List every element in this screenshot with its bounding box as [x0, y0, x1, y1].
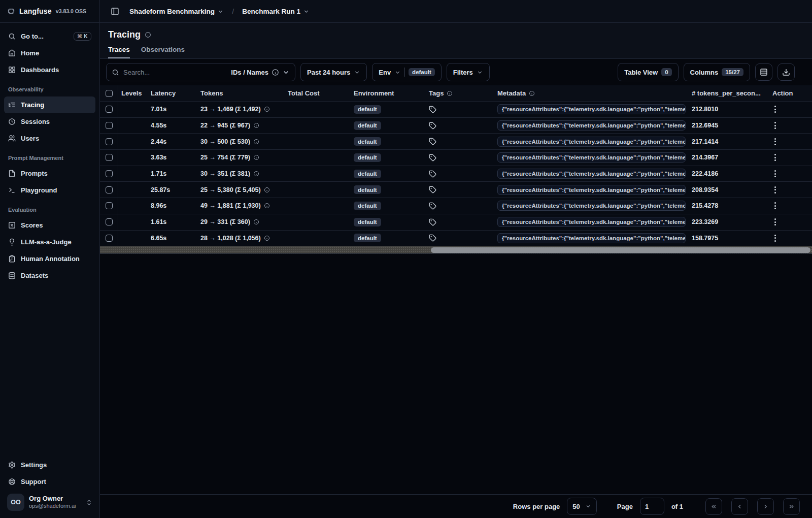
- kebab-menu-icon[interactable]: [772, 120, 778, 131]
- row-checkbox[interactable]: [106, 170, 113, 177]
- select-all-checkbox[interactable]: [106, 90, 113, 97]
- time-range-dropdown[interactable]: Past 24 hours: [300, 63, 367, 81]
- columns-button[interactable]: Columns 15/27: [684, 63, 750, 81]
- column-header-tags[interactable]: Tags: [426, 89, 494, 97]
- sidebar-item-sessions[interactable]: Sessions: [4, 113, 95, 130]
- column-header-latency[interactable]: Latency: [148, 89, 197, 97]
- kebab-menu-icon[interactable]: [772, 216, 778, 228]
- table-row[interactable]: 1.71s 30 → 351 (Σ 381) default {"resourc…: [100, 166, 812, 182]
- tags-cell[interactable]: [426, 234, 494, 242]
- previous-page-button[interactable]: [731, 498, 748, 515]
- kebab-menu-icon[interactable]: [772, 200, 778, 211]
- metadata-pill[interactable]: {"resourceAttributes":{"telemetry.sdk.la…: [497, 185, 686, 195]
- tags-cell[interactable]: [426, 154, 494, 161]
- kebab-menu-icon[interactable]: [772, 233, 778, 244]
- tag-icon[interactable]: [429, 122, 436, 130]
- tags-cell[interactable]: [426, 186, 494, 193]
- sidebar-item-support[interactable]: Support: [4, 473, 95, 490]
- row-checkbox[interactable]: [106, 202, 113, 209]
- goto-search[interactable]: Go to... ⌘ K: [4, 28, 95, 45]
- info-icon[interactable]: [253, 122, 259, 128]
- tag-icon[interactable]: [429, 170, 436, 178]
- info-icon[interactable]: [253, 154, 259, 160]
- table-view-button[interactable]: Table View 0: [618, 63, 678, 81]
- metadata-pill[interactable]: {"resourceAttributes":{"telemetry.sdk.la…: [497, 152, 686, 163]
- org-switcher[interactable]: Shadeform Benchmarking: [126, 6, 227, 17]
- column-header-tokens[interactable]: Tokens: [197, 89, 285, 97]
- tab-traces[interactable]: Traces: [108, 46, 130, 58]
- tags-cell[interactable]: [426, 138, 494, 145]
- horizontal-scrollbar[interactable]: [100, 246, 812, 254]
- metadata-pill[interactable]: {"resourceAttributes":{"telemetry.sdk.la…: [497, 104, 686, 114]
- info-icon[interactable]: [264, 203, 270, 209]
- table-row[interactable]: 4.55s 22 → 945 (Σ 967) default {"resourc…: [100, 118, 812, 134]
- column-header-metadata[interactable]: Metadata: [494, 89, 689, 97]
- tag-icon[interactable]: [429, 186, 436, 193]
- project-switcher[interactable]: Benchmark Run 1: [239, 6, 313, 17]
- sidebar-item-settings[interactable]: Settings: [4, 457, 95, 473]
- row-height-button[interactable]: [755, 63, 772, 81]
- tags-cell[interactable]: [426, 170, 494, 178]
- user-menu[interactable]: OO Org Owner ops@shadeform.ai: [4, 490, 95, 513]
- row-checkbox[interactable]: [106, 218, 113, 225]
- info-icon[interactable]: [264, 106, 270, 112]
- column-header-environment[interactable]: Environment: [351, 89, 426, 97]
- column-header-levels[interactable]: Levels: [118, 89, 148, 97]
- table-row[interactable]: 6.65s 28 → 1,028 (Σ 1,056) default {"res…: [100, 231, 812, 247]
- row-checkbox[interactable]: [106, 186, 113, 193]
- tags-cell[interactable]: [426, 122, 494, 130]
- metadata-pill[interactable]: {"resourceAttributes":{"telemetry.sdk.la…: [497, 233, 686, 243]
- sidebar-item-prompts[interactable]: Prompts: [4, 165, 95, 182]
- tags-cell[interactable]: [426, 218, 494, 226]
- info-icon[interactable]: [253, 171, 259, 177]
- tags-cell[interactable]: [426, 106, 494, 113]
- tag-icon[interactable]: [429, 202, 436, 210]
- tag-icon[interactable]: [429, 218, 436, 226]
- kebab-menu-icon[interactable]: [772, 104, 778, 115]
- row-checkbox[interactable]: [106, 122, 113, 129]
- rows-per-page-select[interactable]: 50: [567, 498, 596, 515]
- row-checkbox[interactable]: [106, 235, 113, 242]
- sidebar-toggle-button[interactable]: [108, 5, 121, 18]
- tags-cell[interactable]: [426, 202, 494, 210]
- info-icon[interactable]: [253, 219, 259, 225]
- sidebar-item-dashboards[interactable]: Dashboards: [4, 61, 95, 78]
- row-checkbox[interactable]: [106, 154, 113, 161]
- sidebar-item-users[interactable]: Users: [4, 130, 95, 147]
- tag-icon[interactable]: [429, 138, 436, 145]
- column-header-total-cost[interactable]: Total Cost: [285, 89, 351, 97]
- column-header-tokens-per-second[interactable]: # tokens_per_secon...: [689, 89, 766, 97]
- tab-observations[interactable]: Observations: [141, 46, 185, 58]
- tag-icon[interactable]: [429, 234, 436, 242]
- info-icon[interactable]: [145, 31, 151, 38]
- table-row[interactable]: 7.01s 23 → 1,469 (Σ 1,492) default {"res…: [100, 102, 812, 118]
- export-button[interactable]: [777, 63, 795, 81]
- table-row[interactable]: 3.63s 25 → 754 (Σ 779) default {"resourc…: [100, 150, 812, 166]
- sidebar-item-playground[interactable]: Playground: [4, 182, 95, 199]
- scrollbar-thumb[interactable]: [431, 247, 810, 253]
- next-page-button[interactable]: [757, 498, 774, 515]
- table-row[interactable]: 8.96s 49 → 1,881 (Σ 1,930) default {"res…: [100, 198, 812, 214]
- row-checkbox[interactable]: [106, 138, 113, 145]
- sidebar-item-llm-as-a-judge[interactable]: LLM-as-a-Judge: [4, 234, 95, 250]
- metadata-pill[interactable]: {"resourceAttributes":{"telemetry.sdk.la…: [497, 120, 686, 131]
- table-row[interactable]: 2.44s 30 → 500 (Σ 530) default {"resourc…: [100, 134, 812, 150]
- kebab-menu-icon[interactable]: [772, 152, 778, 163]
- search-input[interactable]: [123, 69, 227, 76]
- kebab-menu-icon[interactable]: [772, 168, 778, 179]
- metadata-pill[interactable]: {"resourceAttributes":{"telemetry.sdk.la…: [497, 137, 686, 147]
- metadata-pill[interactable]: {"resourceAttributes":{"telemetry.sdk.la…: [497, 217, 686, 227]
- table-row[interactable]: 1.61s 29 → 331 (Σ 360) default {"resourc…: [100, 214, 812, 231]
- first-page-button[interactable]: [705, 498, 722, 515]
- sidebar-item-scores[interactable]: Scores: [4, 217, 95, 234]
- table-row[interactable]: 25.87s 25 → 5,380 (Σ 5,405) default {"re…: [100, 182, 812, 198]
- row-checkbox[interactable]: [106, 106, 113, 113]
- kebab-menu-icon[interactable]: [772, 136, 778, 147]
- metadata-pill[interactable]: {"resourceAttributes":{"telemetry.sdk.la…: [497, 169, 686, 179]
- kebab-menu-icon[interactable]: [772, 184, 778, 196]
- search-mode-dropdown[interactable]: IDs / Names: [231, 69, 290, 76]
- info-icon[interactable]: [264, 187, 270, 193]
- info-icon[interactable]: [253, 139, 259, 145]
- filters-dropdown[interactable]: Filters: [447, 63, 490, 81]
- tag-icon[interactable]: [429, 154, 436, 161]
